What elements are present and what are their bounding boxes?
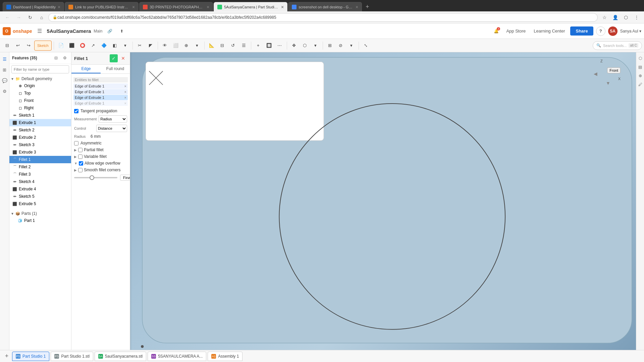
partial-fillet-checkbox[interactable] [78,148,83,152]
comment-icon[interactable]: 💬 [1,76,9,84]
feature-sketch4[interactable]: ✏ Sketch 4 [9,178,71,185]
toolbar-chamfer[interactable]: ◤ [146,41,156,51]
toolbar-eye[interactable]: 👁 [160,41,170,51]
feature-search-input[interactable] [11,65,69,73]
toolbar-fit[interactable]: ⤡ [361,41,371,51]
variable-fillet-checkbox[interactable] [78,155,83,159]
feature-sketch5[interactable]: ✏ Sketch 5 [9,193,71,200]
partial-fillet-expander[interactable]: ▶ Partial fillet [71,146,130,153]
tab-3-close[interactable]: × [207,4,209,10]
toolbar-section[interactable]: ⊟ [217,41,227,51]
part1-item[interactable]: 🧊 Part 1 [9,217,71,224]
entity-3-remove[interactable]: × [124,101,126,105]
toolbar-more5[interactable]: ▾ [311,41,321,51]
parts-section-header[interactable]: ▼ 📦 Parts (1) [9,210,71,217]
toolbar-loft[interactable]: 🔷 [99,41,109,51]
home-button[interactable]: ⌂ [37,13,46,22]
final-button[interactable]: Final [120,175,130,181]
entity-1[interactable]: Edge of Extrude 1 × [73,89,128,95]
allow-edge-overflow-expander[interactable]: ▼ Allow edge overflow [71,160,130,167]
asymmetric-checkbox[interactable] [74,141,78,145]
forward-button[interactable]: → [14,13,23,22]
toolbar-more4[interactable]: ⋯ [275,41,285,51]
tab-5-close[interactable]: × [356,4,358,10]
hamburger-button[interactable]: ☰ [35,26,44,36]
viewport[interactable]: Z Front X ▼ ◀ ⬡ ▤ ⊕ 🖊 [130,52,644,350]
asymmetric-option[interactable]: Asymmetric [71,140,130,146]
gizmo-arrow-left-icon[interactable]: ◀ [594,71,597,76]
entity-2[interactable]: Edge of Extrude 1 × [73,95,128,100]
filter-tree-button[interactable]: ⊟ [52,54,60,62]
feature-fillet3[interactable]: ⌒ Fillet 3 [9,171,71,178]
right-panel-btn-1[interactable]: ⬡ [637,55,644,62]
feature-extrude1[interactable]: ⬛ Extrude 1 [9,119,71,126]
share-button[interactable]: Share [570,26,593,36]
entity-1-remove[interactable]: × [124,90,126,94]
tangent-propagation-checkbox[interactable] [74,109,78,113]
toolbar-more[interactable]: ▾ [120,41,130,51]
feature-front[interactable]: ◻ Front [9,97,71,104]
link-icon-button[interactable]: 🔗 [105,26,114,36]
gizmo-front-face[interactable]: Front [607,67,621,73]
fillet-confirm-button[interactable]: ✓ [110,54,118,62]
entity-0-remove[interactable]: × [124,84,126,88]
version-button[interactable]: ⬆ [117,26,126,36]
toolbar-redo-button[interactable]: ↪ [23,41,34,51]
app-store-button[interactable]: App Store [503,27,528,35]
feature-extrude5[interactable]: ⬛ Extrude 5 [9,200,71,207]
feature-fillet1[interactable]: ⌒ Fillet 1 [9,156,71,163]
entity-3[interactable]: Edge of Extrude 1 × [73,101,128,106]
new-tab-button[interactable]: + [363,2,372,11]
feature-sketch1[interactable]: ✏ Sketch 1 [9,112,71,119]
reload-button[interactable]: ↻ [25,13,35,22]
feature-sketch3[interactable]: ✏ Sketch 3 [9,141,71,148]
toolbar-new-sketch[interactable]: 📄 [56,41,66,51]
fillet-cancel-button[interactable]: × [119,54,127,62]
toolbar-more3[interactable]: ☰ [239,41,249,51]
tab-5[interactable]: screenshot on dell desktop - Go... × [288,2,362,11]
features-icon[interactable]: ☰ [1,55,9,63]
tab-1[interactable]: Dashboard | RapidIdentity × [3,2,64,11]
default-geometry-section[interactable]: ▼ 📁 Default geometry [9,75,71,82]
add-tab-button[interactable]: + [3,352,11,360]
back-button[interactable]: ← [3,13,12,22]
toolbar-move[interactable]: ✥ [289,41,299,51]
extensions-button[interactable]: ⬡ [621,13,631,22]
toolbar-offset[interactable]: ◧ [110,41,120,51]
feature-extrude3[interactable]: ⬛ Extrude 3 [9,148,71,156]
bottom-tab-part-studio-1-stl[interactable]: PS Part Studio 1.stl [51,352,93,361]
feature-top[interactable]: ◻ Top [9,89,71,97]
toolbar-more2[interactable]: ▾ [192,41,202,51]
right-panel-btn-2[interactable]: ▤ [637,64,644,70]
feature-fillet2[interactable]: ⌒ Fillet 2 [9,163,71,171]
tab-2-close[interactable]: × [132,4,135,10]
tab-2[interactable]: Link to your PUBLISHED Instruc... × [65,2,139,11]
bottom-tab-5sanyaulcamera[interactable]: 5S 5SANYAULCAMERA A... [148,352,206,361]
toolbar-revolve[interactable]: ⭕ [77,41,88,51]
smooth-corners-checkbox[interactable] [78,168,83,172]
entity-0[interactable]: Edge of Extrude 1 × [73,83,128,89]
notification-button[interactable]: 🔔 1 [491,26,501,36]
gizmo-arrow-down-icon[interactable]: ▼ [606,80,610,86]
user-avatar[interactable]: SA [608,26,618,36]
radius-value[interactable]: 6 mm [91,134,101,139]
profile-button[interactable]: 👤 [610,13,620,22]
bottom-tab-part-studio-1[interactable]: PS Part Studio 1 [12,352,49,361]
sketch-button[interactable]: Sketch [34,41,52,51]
feature-origin[interactable]: ⊕ Origin [9,82,71,89]
entity-2-remove[interactable]: × [124,96,126,100]
bookmark-button[interactable]: ☆ [600,13,609,22]
toolbar-view[interactable]: 🔲 [264,41,274,51]
right-panel-btn-3[interactable]: ⊕ [637,72,644,79]
toolbar-plane[interactable]: ⬜ [171,41,181,51]
control-select[interactable]: Distance [96,125,127,132]
custom-icon[interactable]: ⚙ [1,87,9,95]
search-tools-bar[interactable]: 🔍 Search tools... alt C [593,41,642,50]
toolbar-select[interactable]: ⌖ [253,41,263,51]
right-panel-btn-4[interactable]: 🖊 [637,81,644,88]
help-button[interactable]: ? [596,26,605,36]
toolbar-boolean[interactable]: ⊞ [325,41,335,51]
toolbar-trim[interactable]: ✂ [135,41,145,51]
toolbar-sweep[interactable]: ↗ [88,41,98,51]
tab-4-close[interactable]: × [281,4,284,10]
